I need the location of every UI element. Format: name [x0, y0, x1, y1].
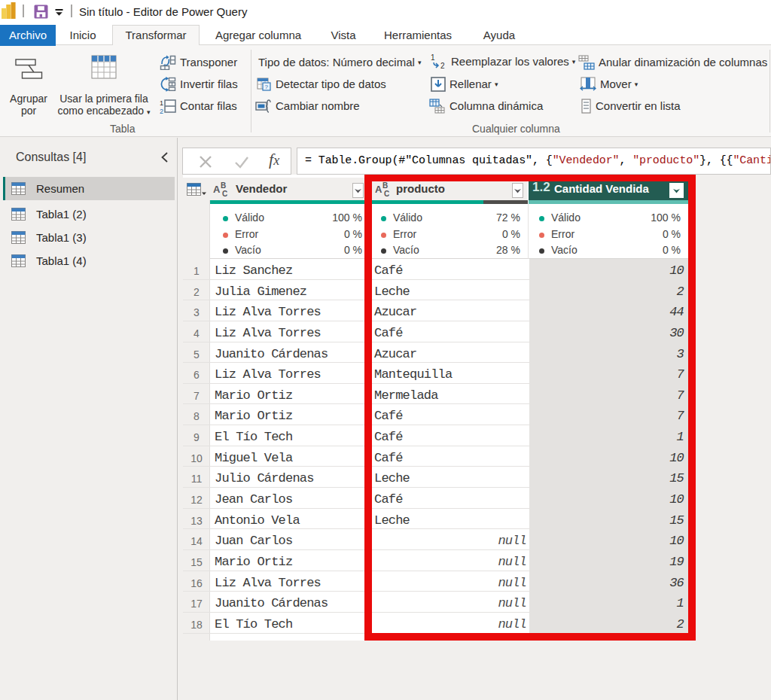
svg-text:2: 2 [160, 108, 163, 114]
svg-text:C: C [222, 190, 227, 198]
svg-text:1: 1 [160, 99, 163, 107]
svg-text:A: A [213, 184, 221, 195]
svg-text:1: 1 [431, 53, 435, 62]
svg-text:B: B [221, 181, 226, 190]
svg-text:2: 2 [440, 62, 445, 70]
svg-text:?: ? [265, 84, 269, 90]
